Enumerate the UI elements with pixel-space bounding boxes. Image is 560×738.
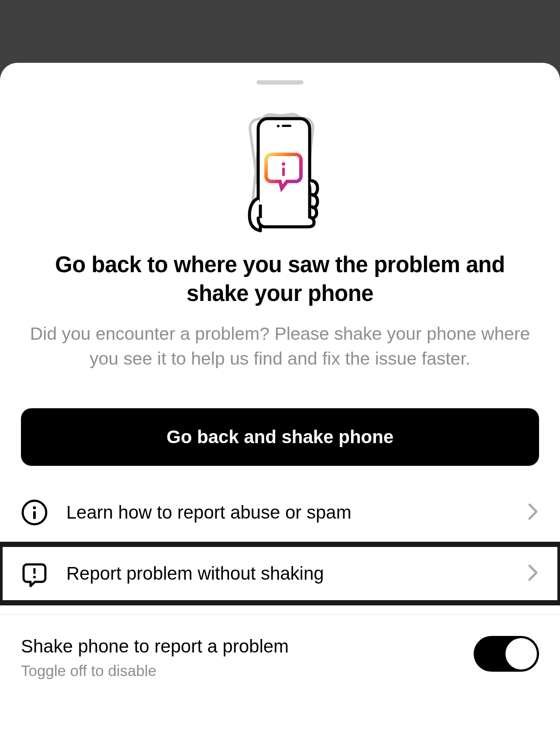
learn-abuse-label: Learn how to report abuse or spam xyxy=(66,502,527,523)
toggle-subtitle: Toggle off to disable xyxy=(21,662,474,680)
toggle-knob xyxy=(505,638,537,670)
report-without-shaking-label: Report problem without shaking xyxy=(66,563,527,584)
report-bubble-icon xyxy=(21,560,48,587)
svg-point-5 xyxy=(282,162,285,166)
svg-rect-10 xyxy=(34,568,36,574)
shake-phone-illustration xyxy=(236,111,324,233)
toggle-title: Shake phone to report a problem xyxy=(21,636,474,657)
svg-point-11 xyxy=(33,576,36,578)
svg-point-8 xyxy=(33,506,36,509)
svg-rect-9 xyxy=(33,511,36,519)
sheet-grabber[interactable] xyxy=(256,80,304,85)
bottom-sheet: Go back to where you saw the problem and… xyxy=(0,63,560,738)
toggle-text-group: Shake phone to report a problem Toggle o… xyxy=(21,636,474,680)
svg-rect-4 xyxy=(282,125,291,127)
learn-report-abuse-row[interactable]: Learn how to report abuse or spam xyxy=(0,483,560,542)
chevron-right-icon xyxy=(527,563,539,584)
sheet-heading: Go back to where you saw the problem and… xyxy=(0,250,560,308)
svg-rect-6 xyxy=(282,167,285,176)
shake-toggle-section: Shake phone to report a problem Toggle o… xyxy=(0,615,560,680)
go-back-shake-button[interactable]: Go back and shake phone xyxy=(21,408,539,466)
svg-point-3 xyxy=(277,125,280,127)
sheet-description: Did you encounter a problem? Please shak… xyxy=(0,308,560,372)
info-icon xyxy=(21,499,48,526)
shake-report-toggle[interactable] xyxy=(474,636,539,672)
report-without-shaking-row[interactable]: Report problem without shaking xyxy=(0,542,560,605)
chevron-right-icon xyxy=(527,502,539,523)
